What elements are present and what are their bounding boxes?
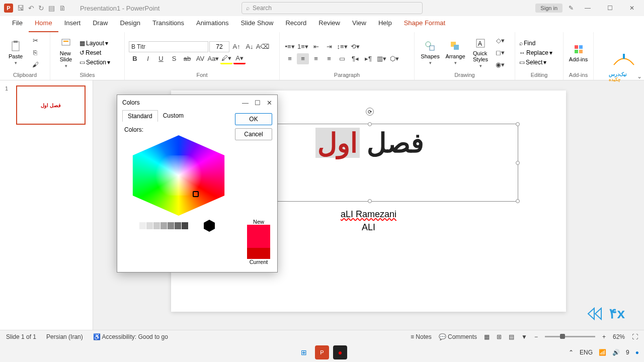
menu-slideshow[interactable]: Slide Show <box>234 16 279 32</box>
color-hexagon[interactable] <box>125 135 232 216</box>
menu-file[interactable]: File <box>6 16 29 32</box>
ok-button[interactable]: OK <box>235 113 272 125</box>
arrange-button[interactable]: Arrange▾ <box>444 34 467 71</box>
smartart-icon[interactable]: ⬡▾ <box>388 53 400 64</box>
tray-chevron-icon[interactable]: ⌃ <box>569 349 574 356</box>
wifi-icon[interactable]: 📶 <box>599 349 606 356</box>
increase-font-icon[interactable]: A↑ <box>230 41 243 52</box>
font-name-input[interactable] <box>129 41 208 52</box>
menu-insert[interactable]: Insert <box>58 16 87 32</box>
text-direction-icon[interactable]: ⟲▾ <box>349 41 361 52</box>
tab-standard[interactable]: Standard <box>122 110 158 122</box>
shape-outline-icon[interactable]: ◻▾ <box>494 47 506 58</box>
section-button[interactable]: ▭ Section ▾ <box>79 59 110 66</box>
sorter-view-icon[interactable]: ⊞ <box>497 333 502 340</box>
zoom-out-button[interactable]: − <box>534 333 538 340</box>
resize-handle[interactable] <box>368 199 372 203</box>
resize-handle[interactable] <box>516 161 520 165</box>
resize-handle[interactable] <box>368 122 372 126</box>
bullets-button[interactable]: •≡▾ <box>284 41 296 52</box>
zoom-slider[interactable] <box>545 336 595 337</box>
fit-to-window-icon[interactable]: ⛶ <box>632 333 638 340</box>
maximize-button[interactable]: ☐ <box>602 5 618 12</box>
notes-button[interactable]: ≡ Notes <box>411 333 432 340</box>
font-size-input[interactable] <box>209 41 229 52</box>
slideshow-view-icon[interactable]: ▼ <box>521 333 527 340</box>
search-box[interactable]: ⌕ Search <box>242 2 423 14</box>
black-swatch[interactable] <box>204 220 215 232</box>
tray-time[interactable]: 9 <box>626 349 629 356</box>
resize-handle[interactable] <box>516 122 520 126</box>
taskbar-record-icon[interactable]: ● <box>333 345 347 359</box>
volume-icon[interactable]: 🔊 <box>612 349 620 356</box>
reading-view-icon[interactable]: ▤ <box>509 333 514 340</box>
align-center-icon[interactable]: ≡ <box>297 53 309 64</box>
underline-button[interactable]: U <box>155 53 167 64</box>
tab-custom[interactable]: Custom <box>158 110 189 122</box>
subtitle-author[interactable]: aLI Ramezani <box>341 209 396 220</box>
select-button[interactable]: ▭ Select ▾ <box>519 59 552 66</box>
start-button[interactable]: ⊞ <box>297 345 311 359</box>
justify-icon[interactable]: ≡ <box>323 53 335 64</box>
zoom-percent[interactable]: 62% <box>613 333 625 340</box>
change-case-button[interactable]: Aa▾ <box>207 53 219 64</box>
status-slide-number[interactable]: Slide 1 of 1 <box>6 333 36 340</box>
export-icon[interactable]: 🗎 <box>59 4 66 12</box>
bold-button[interactable]: B <box>129 53 141 64</box>
menu-shape-format[interactable]: Shape Format <box>398 16 451 32</box>
new-slide-button[interactable]: New Slide ▾ <box>54 34 77 71</box>
shape-effects-icon[interactable]: ◉▾ <box>494 59 506 70</box>
cut-icon[interactable]: ✂ <box>29 35 41 46</box>
minimize-button[interactable]: — <box>580 5 596 12</box>
menu-design[interactable]: Design <box>114 16 146 32</box>
save-icon[interactable]: 🖫 <box>17 4 24 12</box>
find-button[interactable]: ⌕ Find <box>519 40 552 47</box>
reset-button[interactable]: ↺ Reset <box>79 49 110 56</box>
rtl-icon[interactable]: ¶◂ <box>349 53 361 64</box>
status-accessibility[interactable]: ♿ Accessibility: Good to go <box>93 333 168 340</box>
cancel-button[interactable]: Cancel <box>235 128 272 140</box>
addins-button[interactable]: Add-ins <box>568 34 589 71</box>
sign-in-button[interactable]: Sign in <box>535 4 562 13</box>
font-color-button[interactable]: A▾ <box>233 53 246 64</box>
menu-transitions[interactable]: Transitions <box>146 16 190 32</box>
menu-animations[interactable]: Animations <box>190 16 234 32</box>
shapes-button[interactable]: Shapes▾ <box>419 34 442 71</box>
close-button[interactable]: ✕ <box>624 5 640 12</box>
color-selector-cursor[interactable] <box>193 191 199 197</box>
collapse-ribbon-icon[interactable]: ⌄ <box>637 73 642 80</box>
shadow-button[interactable]: S <box>168 53 180 64</box>
align-right-icon[interactable]: ≡ <box>310 53 322 64</box>
slide-thumbnail-1[interactable]: فصل اول <box>16 85 86 125</box>
distribute-icon[interactable]: ▭ <box>336 53 348 64</box>
quick-styles-button[interactable]: A Quick Styles▾ <box>469 34 492 71</box>
columns-icon[interactable]: ▥▾ <box>375 53 387 64</box>
status-language[interactable]: Persian (Iran) <box>46 333 83 340</box>
ltr-icon[interactable]: ▸¶ <box>362 53 374 64</box>
notification-icon[interactable]: ● <box>635 349 639 356</box>
resize-handle[interactable] <box>516 199 520 203</box>
decrease-indent-icon[interactable]: ⇤ <box>310 41 322 52</box>
italic-button[interactable]: I <box>142 53 154 64</box>
menu-home[interactable]: Home <box>29 16 58 32</box>
menu-record[interactable]: Record <box>279 16 312 32</box>
menu-review[interactable]: Review <box>312 16 346 32</box>
shape-fill-icon[interactable]: ◇▾ <box>494 35 506 46</box>
rotate-handle[interactable]: ⟳ <box>366 108 374 116</box>
grayscale-row[interactable] <box>132 222 188 229</box>
clear-format-icon[interactable]: A⌫ <box>257 41 269 52</box>
align-left-icon[interactable]: ≡ <box>284 53 296 64</box>
normal-view-icon[interactable]: ▦ <box>484 333 490 340</box>
zoom-in-button[interactable]: + <box>602 333 606 340</box>
undo-icon[interactable]: ↶ <box>28 4 34 12</box>
format-painter-icon[interactable]: 🖌 <box>29 59 41 70</box>
spacing-button[interactable]: AV <box>194 53 206 64</box>
dialog-close-icon[interactable]: ✕ <box>267 99 272 107</box>
menu-help[interactable]: Help <box>372 16 398 32</box>
replace-button[interactable]: ↔ Replace ▾ <box>519 49 552 56</box>
redo-icon[interactable]: ↻ <box>38 4 44 12</box>
layout-button[interactable]: ▦ Layout ▾ <box>79 40 110 47</box>
numbering-button[interactable]: 1≡▾ <box>297 41 309 52</box>
menu-draw[interactable]: Draw <box>87 16 114 32</box>
subtitle-author-2[interactable]: ALI <box>362 222 375 233</box>
